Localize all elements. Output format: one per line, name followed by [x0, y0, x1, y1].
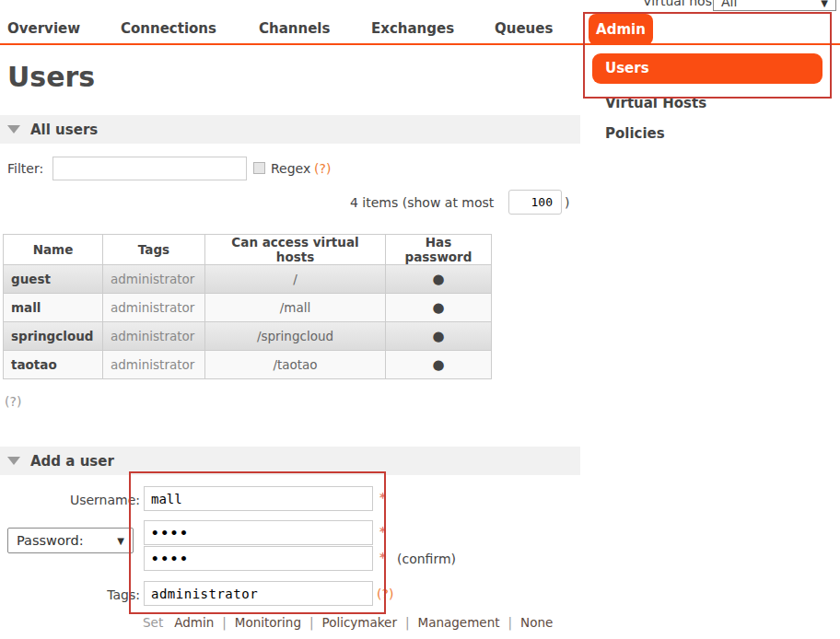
mandatory-asterisk: *: [379, 524, 386, 539]
table-header-row: Name Tags Can access virtual hosts Has p…: [4, 235, 492, 265]
user-name-link[interactable]: mall: [4, 294, 103, 322]
password-confirm-field[interactable]: [144, 546, 373, 571]
tab-admin[interactable]: Admin: [589, 14, 653, 45]
section-header-all-users[interactable]: All users: [0, 115, 580, 144]
user-vhosts: /taotao: [205, 351, 386, 379]
set-policymaker-link[interactable]: Policymaker: [322, 615, 397, 630]
filter-input[interactable]: [52, 157, 247, 180]
has-password-dot: ●: [386, 322, 492, 351]
regex-help-link[interactable]: (?): [314, 161, 331, 176]
mandatory-asterisk: *: [379, 490, 386, 505]
separator: |: [508, 615, 512, 630]
table-row: mall administrator /mall ●: [4, 294, 492, 322]
user-vhosts: /mall: [205, 294, 386, 322]
user-tags: administrator: [103, 265, 205, 294]
col-header-has-password: Has password: [386, 235, 492, 265]
username-field[interactable]: [144, 486, 373, 511]
has-password-dot: ●: [386, 265, 492, 294]
col-header-tags: Tags: [103, 235, 205, 265]
table-row: springcloud administrator /springcloud ●: [4, 322, 492, 351]
collapse-triangle-icon: [7, 457, 20, 465]
sidebar-item-policies[interactable]: Policies: [605, 125, 665, 142]
filter-label: Filter:: [7, 161, 43, 176]
col-header-vhosts: Can access virtual hosts: [205, 235, 386, 265]
virtual-host-value: All: [721, 0, 821, 9]
sidebar-item-users[interactable]: Users: [592, 53, 822, 84]
table-row: taotao administrator /taotao ●: [4, 351, 492, 379]
section-title: All users: [30, 122, 98, 138]
virtual-host-label: Virtual host:: [643, 0, 721, 8]
has-password-dot: ●: [386, 294, 492, 322]
regex-checkbox[interactable]: [253, 162, 265, 174]
password-field[interactable]: [144, 520, 373, 545]
has-password-dot: ●: [386, 351, 492, 379]
user-name-link[interactable]: taotao: [4, 351, 103, 379]
chevron-down-icon: ▼: [117, 536, 124, 546]
set-management-link[interactable]: Management: [418, 615, 500, 630]
collapse-triangle-icon: [7, 125, 20, 134]
user-vhosts: /: [205, 265, 386, 294]
chevron-down-icon: ▼: [821, 0, 828, 8]
password-select-label: Password:: [17, 533, 117, 548]
table-help-link[interactable]: (?): [5, 394, 21, 409]
tags-label: Tags:: [48, 587, 140, 602]
tags-help-link[interactable]: (?): [377, 587, 393, 601]
items-count-text: 4 items (show at most: [350, 195, 494, 210]
tag-shortcut-links: Set Admin | Monitoring | Policymaker | M…: [143, 615, 553, 630]
virtual-host-select[interactable]: All ▼: [713, 0, 836, 11]
username-label: Username:: [48, 493, 140, 507]
rabbitmq-users-page: Virtual host: All ▼ Overview Connections…: [0, 0, 840, 639]
user-vhosts: /springcloud: [205, 322, 386, 351]
tab-overview[interactable]: Overview: [7, 20, 80, 37]
set-admin-link[interactable]: Admin: [174, 615, 214, 630]
regex-label: Regex: [271, 161, 310, 176]
separator: |: [405, 615, 410, 630]
set-none-link[interactable]: None: [520, 615, 553, 630]
user-tags: administrator: [103, 294, 205, 322]
user-tags: administrator: [103, 322, 205, 351]
page-title: Users: [7, 61, 95, 93]
separator: |: [222, 615, 227, 630]
confirm-label: (confirm): [397, 552, 456, 566]
section-header-add-user[interactable]: Add a user: [0, 447, 580, 475]
user-tags: administrator: [103, 351, 205, 379]
mandatory-asterisk: *: [379, 550, 386, 564]
password-type-select[interactable]: Password: ▼: [7, 528, 134, 553]
tab-connections[interactable]: Connections: [121, 20, 216, 37]
user-name-link[interactable]: guest: [4, 265, 103, 294]
set-monitoring-link[interactable]: Monitoring: [235, 615, 301, 630]
show-at-most-input[interactable]: [508, 190, 562, 215]
set-label: Set: [143, 615, 163, 630]
table-row: guest administrator / ●: [4, 265, 492, 294]
users-table: Name Tags Can access virtual hosts Has p…: [3, 234, 492, 379]
nav-underline: [0, 43, 840, 45]
tags-field[interactable]: [144, 581, 373, 606]
col-header-name: Name: [4, 235, 103, 265]
tab-channels[interactable]: Channels: [259, 20, 330, 37]
separator: |: [309, 615, 314, 630]
tab-exchanges[interactable]: Exchanges: [371, 20, 454, 37]
tab-queues[interactable]: Queues: [495, 20, 553, 37]
items-paren: ): [565, 195, 569, 210]
section-title: Add a user: [30, 453, 114, 470]
user-name-link[interactable]: springcloud: [4, 322, 103, 351]
sidebar-item-virtual-hosts[interactable]: Virtual Hosts: [605, 95, 706, 111]
